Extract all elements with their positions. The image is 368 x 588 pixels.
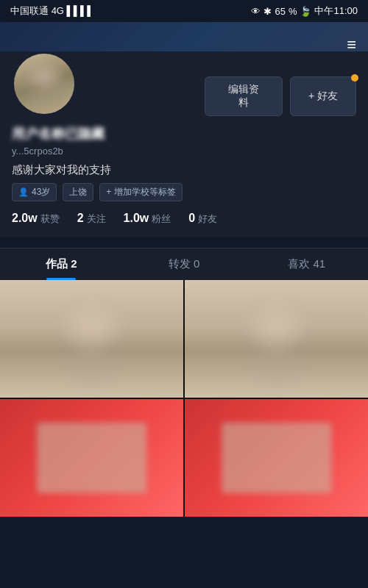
username-display: 用户名称已隐藏 [12, 125, 356, 143]
grid-item-1[interactable] [0, 280, 183, 398]
thumb-red-1 [0, 399, 183, 517]
status-bar: 中国联通 4G ▌▌▌▌ 👁 ✱ 65 % 🍃 中午11:00 [0, 0, 368, 22]
tab-likes[interactable]: 喜欢 41 [245, 248, 368, 280]
stat-fans[interactable]: 1.0w 粉丝 [124, 212, 171, 226]
tag-city[interactable]: 上饶 [63, 183, 93, 201]
user-id: y...5crpos2b [12, 146, 63, 157]
thumb-face-2 [185, 280, 368, 398]
battery-level: 65 [275, 6, 285, 17]
thumb-red-blur-1 [37, 423, 146, 493]
grid-item-2[interactable] [185, 280, 368, 398]
tag-add-school[interactable]: + 增加学校等标签 [99, 183, 182, 201]
edit-profile-button[interactable]: 编辑资料 [205, 76, 283, 116]
profile-section: 编辑资料 + 好友 用户名称已隐藏 y...5crpos2b 感谢大家对我的支持… [0, 51, 368, 237]
stats-row: 2.0w 获赞 2 关注 1.0w 粉丝 0 好友 [12, 212, 356, 226]
tags-row: 👤 43岁 上饶 + 增加学校等标签 [12, 183, 356, 201]
tabs-row: 作品 2 转发 0 喜欢 41 [0, 248, 368, 280]
carrier-text: 中国联通 4G ▌▌▌▌ [10, 4, 93, 18]
bio-text: 感谢大家对我的支持 [12, 163, 356, 177]
stat-following[interactable]: 2 关注 [77, 212, 106, 226]
thumb-red-2 [185, 399, 368, 517]
stat-likes[interactable]: 2.0w 获赞 [12, 212, 60, 226]
profile-buttons: 编辑资料 + 好友 [205, 76, 356, 116]
thumb-face-1 [0, 280, 183, 398]
time-display: 中午11:00 [314, 4, 358, 18]
content-grid [0, 280, 368, 517]
person-icon: 👤 [18, 187, 29, 197]
bluetooth-icon: ✱ [263, 6, 272, 17]
stat-friends[interactable]: 0 好友 [188, 212, 217, 226]
add-friend-button[interactable]: + 好友 [290, 76, 356, 116]
thumb-red-blur-2 [222, 423, 331, 493]
avatar-row: 编辑资料 + 好友 [12, 51, 356, 116]
avatar-image [14, 54, 74, 114]
tab-works[interactable]: 作品 2 [0, 248, 123, 280]
notification-dot [351, 74, 358, 82]
grid-item-4[interactable] [185, 399, 368, 517]
tag-age[interactable]: 👤 43岁 [12, 183, 57, 201]
eye-icon: 👁 [251, 6, 261, 17]
tab-repost[interactable]: 转发 0 [123, 248, 246, 280]
grid-item-3[interactable] [0, 399, 183, 517]
status-right: 👁 ✱ 65 % 🍃 中午11:00 [251, 4, 358, 18]
avatar [12, 51, 77, 116]
username-area: 用户名称已隐藏 y...5crpos2b [12, 125, 356, 157]
